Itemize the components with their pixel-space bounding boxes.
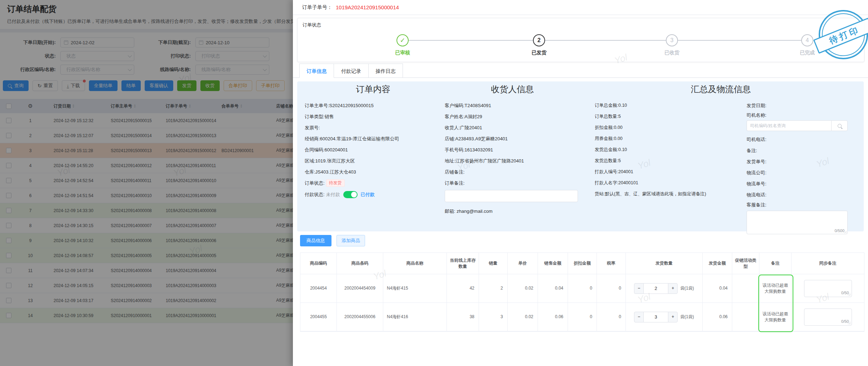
info-field: 打款人名字:20400101 [595,177,739,189]
cell-unit-price: 0.02 [508,274,538,303]
logistics-phone-label: 物流电话: [747,189,848,200]
cell-barcode: 2002004454009 [337,274,383,303]
order-note-input[interactable] [445,190,578,202]
cs-note-label: 客服备注: [747,200,848,210]
info-field: 用券金额:0.00 [595,133,739,144]
unit-label: 袋(1袋) [680,314,694,320]
info-field: 经销商:600204.常温19-潭江仓储运输有限公司 [305,133,440,144]
payment-toggle[interactable] [343,191,358,198]
minus-button[interactable]: − [634,312,644,322]
product-header-cell: 发货金额 [703,253,732,274]
quantity-stepper: − 2 + [634,283,678,294]
tab-operation-log[interactable]: 操作日志 [368,64,403,78]
driver-name-label: 司机名称: [747,111,848,120]
step-2-label: 已发货 [518,50,560,56]
char-counter: 0/500 [834,229,844,233]
info-field: 打款人编号:204001 [595,166,739,177]
product-header-cell: 销量 [479,253,508,274]
ship-date-label: 发货日期: [747,100,848,111]
section-title-recipient: 收货人信息 [444,84,581,95]
info-field: 地址:江苏省扬州市广陵区广陵路20401 [445,155,581,166]
order-status-card: 订单状态 ✓ 2 3 4 已审核 已发货 已收货 已完成 [297,18,864,62]
info-field: 区域:1019.张亮江苏大区 [305,155,440,166]
product-info-button[interactable]: 商品信息 [300,235,331,246]
quantity-stepper: − 3 + [634,312,678,322]
unit-label: 袋(1袋) [680,285,694,291]
cell-ship-qty: − 3 + 袋(1袋) [626,303,703,331]
driver-search-input[interactable] [747,120,831,131]
sub-order-label: 订单子单号： [302,4,332,11]
info-field: 订单主单号:S2024120915000015 [305,100,440,111]
plus-button[interactable]: + [668,312,678,322]
sync-remark-input[interactable]: 0/50 [804,280,852,297]
minus-button[interactable]: − [634,283,644,294]
info-field: 合同编码:600204001 [305,144,440,155]
product-header-cell: 发货数量 [626,253,703,274]
step-1-audited-icon: ✓ [396,34,409,46]
cell-sync-remark: 0/50 [792,274,864,303]
search-icon [838,124,842,128]
step-2-shipped-icon: 2 [533,34,545,46]
tab-payment-records[interactable]: 付款记录 [334,64,369,78]
logistics-column: 发货日期: 司机名称: 司机电话: 备注: 发货单号: 物流公司: 物流单号: … [747,100,848,234]
email-field: 邮箱: zhang@mail.com [445,206,581,217]
cell-remark-warning: 该活动已超最大限购数量 [759,303,792,331]
sync-remark-input[interactable]: 0/50 [804,309,852,326]
cs-note-textarea[interactable]: 0/500 [747,211,848,234]
cell-unit-price: 0.02 [508,303,538,331]
pending-print-stamp: 待打印 [815,6,868,63]
product-header-cell: 折扣金额 [568,253,597,274]
info-field: 发票号: [305,122,440,133]
recipient-column: 客户编码:T2408S4091客户姓名:A洄封29收货人:广陵20401店铺:A… [445,100,581,217]
add-product-button[interactable]: 添加商品 [336,235,365,246]
step-connector [403,40,805,41]
modal-mask[interactable] [0,0,296,366]
product-table: 商品编码商品条码商品名称当前线上库存数量销量单价销售金额折扣金额税率发货数量发货… [300,252,864,332]
section-title-summary-logistics: 汇总及物流信息 [649,84,792,95]
quantity-value[interactable]: 3 [644,312,668,322]
product-header-cell: 销售金额 [538,253,568,274]
order-info-section: 订单内容 收货人信息 汇总及物流信息 订单主单号:S20241209150000… [297,81,864,231]
driver-search-group [747,120,848,131]
order-status-label: 订单状态: [305,180,325,186]
cell-product-name: N4海虾415 [383,274,447,303]
cell-ship-amount: 0.06 [703,303,732,331]
info-field: 订单类型:销售 [305,111,440,122]
info-field: 折扣金额:0.00 [595,122,739,133]
cell-tax-rate: 0 [597,303,626,331]
remark-label: 备注: [747,145,848,156]
ship-no-label: 发货单号: [747,156,848,167]
cell-ship-amount: 0.04 [703,274,732,303]
cell-online-stock: 42 [447,274,479,303]
cell-sync-remark: 0/50 [792,303,864,331]
product-header-cell: 税率 [597,253,626,274]
order-note-label: 订单备注: [445,177,581,189]
info-field: 仓库:JS403.江苏大仓403 [305,166,440,177]
tab-order-info[interactable]: 订单信息 [299,64,334,78]
product-header-cell: 促销活动类型 [732,253,759,274]
cell-product-code: 2004454 [300,274,337,303]
step-1-label: 已审核 [381,50,424,56]
cell-discount: 0 [568,274,597,303]
driver-search-button[interactable] [831,120,848,131]
plus-button[interactable]: + [668,283,678,294]
cell-product-code: 2004455 [300,303,337,331]
cell-promo-type [732,274,759,303]
product-header-cell: 商品编码 [300,253,337,274]
product-section-bar: 商品信息 添加商品 [300,235,365,246]
driver-phone-label: 司机电话: [747,134,848,145]
paid-label: 已付款 [361,191,375,198]
status-badge: 待发货 [326,179,345,187]
product-header-cell: 商品条码 [337,253,383,274]
product-header-cell: 当前线上库存数量 [447,253,479,274]
summary-column: 订单总金额:0.10订单总数量:5折扣金额:0.00用券金额:0.00发货总金额… [595,100,739,200]
cell-sales-qty: 2 [479,274,508,303]
info-field: 发货总金额:0.10 [595,144,739,155]
quantity-value[interactable]: 2 [644,283,668,294]
char-counter: 0/50 [841,290,849,296]
info-field: 客户姓名:A洄封29 [445,111,581,122]
info-field: 客户编码:T2408S4091 [445,100,581,111]
logistics-no-label: 物流单号: [747,178,848,189]
unpaid-label: 未付款 [326,191,340,198]
detail-tabs: 订单信息 付款记录 操作日志 [293,64,868,78]
